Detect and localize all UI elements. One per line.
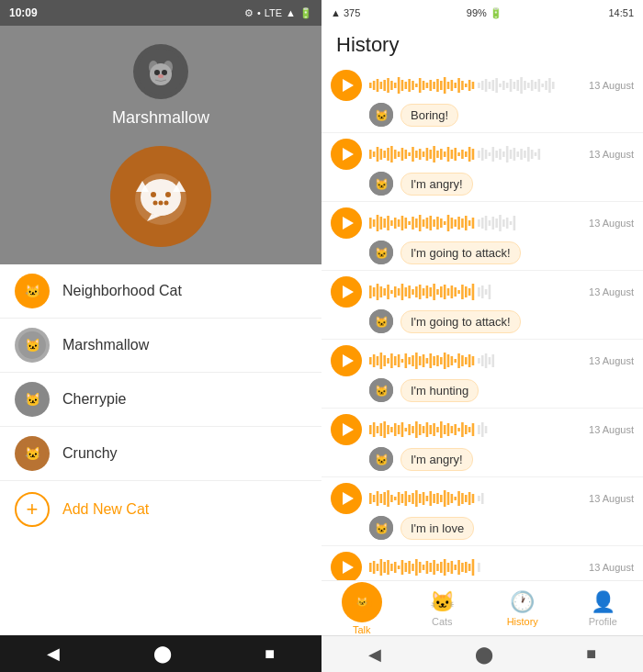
play-button[interactable]: [331, 345, 362, 376]
svg-rect-37: [415, 84, 418, 87]
cat-avatar-icon: [138, 49, 184, 95]
svg-rect-30: [390, 81, 393, 90]
play-button[interactable]: [331, 207, 362, 239]
msg-avatar: 🐱: [369, 172, 393, 196]
waveform: [369, 75, 581, 95]
right-recent-button[interactable]: ■: [586, 644, 596, 664]
svg-rect-105: [465, 151, 468, 157]
svg-rect-54: [478, 83, 480, 88]
play-button[interactable]: [331, 276, 362, 308]
svg-point-6: [158, 74, 164, 78]
svg-rect-226: [436, 355, 439, 366]
svg-rect-173: [377, 284, 379, 300]
svg-rect-239: [485, 353, 488, 368]
svg-rect-193: [447, 288, 450, 296]
svg-rect-73: [545, 81, 547, 90]
svg-rect-136: [398, 219, 400, 227]
svg-rect-340: [465, 562, 468, 573]
svg-rect-254: [405, 428, 408, 431]
avatar: 🐱: [15, 328, 50, 363]
svg-rect-42: [433, 82, 435, 89]
svg-rect-123: [531, 150, 534, 159]
msg-avatar: 🐱: [369, 378, 393, 402]
add-icon: +: [15, 492, 50, 527]
right-home-button[interactable]: ⬤: [475, 644, 493, 665]
svg-rect-325: [412, 564, 414, 571]
add-cat-item[interactable]: + Add New Cat: [0, 481, 322, 538]
home-button[interactable]: ⬤: [153, 644, 172, 664]
svg-rect-149: [444, 221, 446, 225]
history-item-top: 13 August: [331, 70, 634, 101]
svg-rect-60: [499, 84, 502, 87]
svg-rect-154: [461, 218, 464, 228]
signal-icon: ▲: [286, 7, 296, 18]
dot-icon: •: [257, 7, 261, 18]
play-button[interactable]: [331, 70, 362, 101]
svg-rect-78: [369, 150, 372, 159]
svg-rect-157: [472, 218, 475, 229]
bottom-tabs: 🐱 Talk 🐱 Cats 🕐 History 👤 Profile: [322, 580, 643, 635]
svg-rect-198: [465, 286, 468, 297]
svg-rect-285: [390, 495, 393, 502]
recent-button[interactable]: ■: [265, 644, 275, 664]
history-item-bottom: 🐱 I'm angry!: [331, 172, 634, 196]
svg-rect-204: [489, 285, 491, 299]
svg-rect-121: [524, 151, 526, 158]
svg-rect-25: [373, 81, 376, 90]
play-button[interactable]: [331, 483, 362, 514]
tab-cats[interactable]: 🐱 Cats: [402, 587, 483, 631]
waveform: [369, 420, 581, 440]
tab-history[interactable]: 🕐 History: [482, 587, 563, 631]
msg-bubble: I'm hunting: [400, 379, 479, 402]
list-item[interactable]: 🐱 Crunchy: [0, 427, 322, 481]
svg-rect-95: [429, 150, 432, 159]
svg-rect-286: [394, 497, 397, 500]
add-cat-label: Add New Cat: [62, 501, 149, 518]
svg-rect-178: [394, 286, 397, 297]
svg-rect-51: [465, 84, 468, 87]
tab-profile[interactable]: 👤 Profile: [563, 587, 644, 631]
list-item[interactable]: 🐱 Cherrypie: [0, 373, 322, 427]
list-item[interactable]: 🐱 Marshmallow: [0, 319, 322, 373]
svg-rect-221: [419, 356, 422, 365]
play-button[interactable]: [331, 414, 362, 445]
svg-rect-153: [457, 217, 460, 230]
svg-text:🐱: 🐱: [375, 521, 389, 535]
tab-profile-icon: 👤: [591, 590, 615, 614]
list-item[interactable]: 🐱 Neighborhood Cat: [0, 264, 322, 319]
svg-rect-225: [433, 356, 435, 365]
svg-rect-279: [369, 493, 372, 504]
svg-rect-189: [433, 284, 435, 300]
svg-text:🐱: 🐱: [375, 453, 389, 466]
svg-rect-26: [377, 79, 379, 92]
svg-rect-317: [383, 562, 386, 573]
svg-rect-175: [383, 288, 386, 296]
play-button[interactable]: [331, 139, 362, 170]
back-button[interactable]: ◀: [47, 644, 60, 664]
svg-rect-180: [401, 284, 404, 300]
svg-rect-321: [398, 566, 400, 569]
svg-rect-49: [457, 78, 460, 93]
svg-rect-34: [405, 82, 408, 89]
svg-rect-329: [426, 561, 429, 574]
history-date: 13 August: [589, 493, 634, 504]
svg-rect-275: [481, 422, 484, 437]
talk-button[interactable]: [110, 146, 211, 247]
svg-rect-152: [454, 219, 457, 227]
play-button[interactable]: [331, 552, 362, 580]
svg-text:🐱: 🐱: [375, 315, 389, 329]
svg-rect-222: [423, 354, 425, 367]
svg-rect-231: [454, 359, 457, 363]
right-back-button[interactable]: ◀: [368, 644, 381, 665]
svg-rect-332: [436, 564, 439, 571]
svg-rect-309: [478, 496, 480, 501]
svg-rect-74: [548, 78, 551, 93]
svg-rect-67: [524, 81, 526, 90]
right-battery: 99% 🔋: [467, 7, 502, 19]
svg-rect-28: [383, 80, 386, 91]
history-item-bottom: 🐱 Boring!: [331, 103, 634, 127]
tab-talk[interactable]: 🐱 Talk: [322, 578, 402, 639]
svg-rect-315: [377, 564, 379, 571]
svg-rect-265: [444, 425, 446, 434]
lte-label: LTE: [265, 7, 282, 18]
